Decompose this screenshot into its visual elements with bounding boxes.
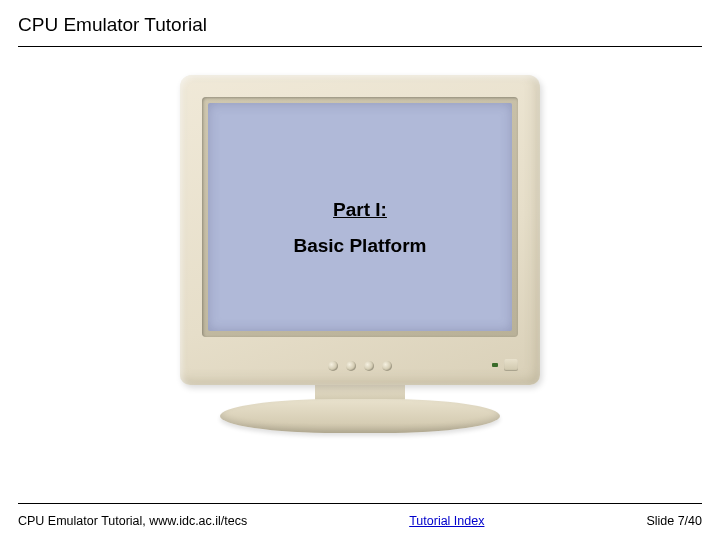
knob-icon [364, 361, 374, 371]
slide-footer: CPU Emulator Tutorial, www.idc.ac.il/tec… [18, 514, 702, 528]
slide-counter: Slide 7/40 [646, 514, 702, 528]
monitor-illustration: Part I: Basic Platform [180, 75, 540, 433]
monitor-bezel: Part I: Basic Platform [180, 75, 540, 385]
power-led-icon [492, 363, 498, 367]
page-title: CPU Emulator Tutorial [18, 14, 702, 36]
monitor-stand-base [220, 399, 500, 433]
knob-icon [328, 361, 338, 371]
knob-icon [346, 361, 356, 371]
footer-credit: CPU Emulator Tutorial, www.idc.ac.il/tec… [18, 514, 247, 528]
slide-body: Part I: Basic Platform [0, 47, 720, 477]
slide-header: CPU Emulator Tutorial [0, 0, 720, 42]
monitor-knobs [180, 361, 540, 371]
footer-divider [18, 503, 702, 504]
monitor-frame: Part I: Basic Platform [202, 97, 518, 337]
screen-part-label: Part I: [333, 199, 387, 221]
power-button-icon [504, 359, 518, 371]
tutorial-index-link[interactable]: Tutorial Index [409, 514, 484, 528]
monitor-screen: Part I: Basic Platform [208, 103, 512, 331]
knob-icon [382, 361, 392, 371]
screen-subtitle: Basic Platform [293, 235, 426, 257]
